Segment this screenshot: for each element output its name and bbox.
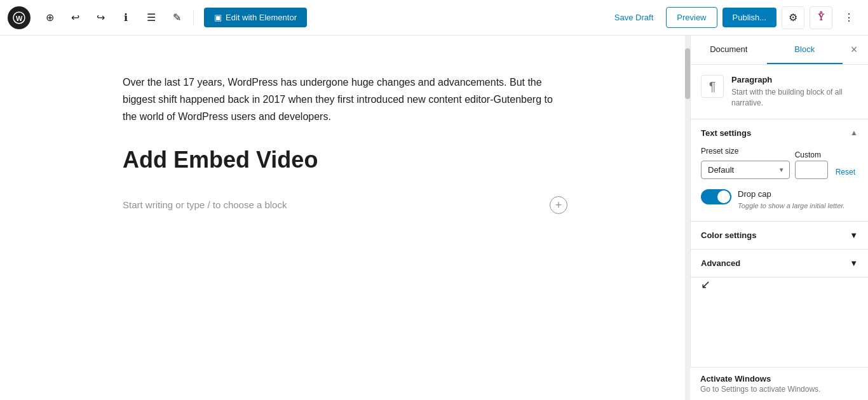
cursor-indicator: ↙ [701,277,710,291]
settings-button[interactable]: ⚙ [782,6,804,29]
custom-label: Custom [795,150,821,159]
block-type-description: Start with the building block of all nar… [731,87,858,109]
block-type-icon: ¶ [701,75,724,98]
undo-button[interactable]: ↩ [64,6,86,29]
paragraph-icon: ¶ [709,79,716,94]
paragraph-block[interactable]: Over the last 17 years, WordPress has un… [123,74,567,126]
activate-windows-title: Activate Windows [700,374,858,383]
block-info-text: Paragraph Start with the building block … [731,75,858,109]
tab-block-label: Block [794,44,815,54]
yoast-icon: Y̊ [818,13,824,23]
activate-windows-description: Go to Settings to activate Windows. [700,385,858,394]
edit-elementor-label: Edit with Elementor [226,13,297,22]
save-draft-button[interactable]: Save Draft [607,8,661,27]
close-icon: × [851,43,858,57]
svg-text:W: W [16,15,23,22]
preset-size-label: Preset size [701,147,790,156]
edit-elementor-button[interactable]: ▣ Edit with Elementor [204,8,307,27]
drop-cap-description: Toggle to show a large initial letter. [738,201,845,211]
publish-button[interactable]: Publish... [722,8,776,27]
activate-windows-notice: Activate Windows Go to Settings to activ… [690,367,868,400]
drop-cap-label: Drop cap [738,189,845,199]
reset-label: Reset [836,168,855,177]
wp-logo[interactable]: W [8,6,31,29]
drop-cap-row: Drop cap Toggle to show a large initial … [701,189,858,211]
info-button[interactable]: ℹ [114,6,137,29]
text-settings-chevron: ▲ [850,128,858,137]
tab-block[interactable]: Block [767,36,843,64]
tab-document-label: Document [710,44,747,54]
list-view-button[interactable]: ☰ [140,6,163,29]
advanced-chevron: ▼ [850,258,858,268]
block-info-section: ¶ Paragraph Start with the building bloc… [691,65,868,119]
gear-icon: ⚙ [789,11,797,23]
editor-scrollbar-track[interactable] [685,36,690,400]
preset-size-select[interactable]: Default Small Medium Large X-Large [701,161,790,179]
yoast-button[interactable]: Y̊ [810,6,832,29]
ellipsis-vertical-icon: ⋮ [844,11,854,23]
sidebar-tabs: Document Block × [691,36,868,65]
pencil-icon: ✎ [173,11,181,23]
text-settings-header[interactable]: Text settings ▲ [691,119,868,147]
more-options-button[interactable]: ⋮ [837,6,860,29]
custom-size-input[interactable] [795,161,828,179]
toolbar-separator [193,10,194,25]
add-block-inline-button[interactable]: + [550,196,567,214]
empty-block-placeholder: Start writing or type / to choose a bloc… [123,199,287,210]
main-layout: Over the last 17 years, WordPress has un… [0,36,868,400]
drop-cap-text: Drop cap Toggle to show a large initial … [738,189,845,211]
text-settings-content: Preset size Default Small Medium Large X… [691,147,868,221]
editor-content: Over the last 17 years, WordPress has un… [123,74,567,222]
editor-area[interactable]: Over the last 17 years, WordPress has un… [0,36,690,400]
heading-block[interactable]: Add Embed Video [123,146,567,173]
list-icon: ☰ [147,11,156,23]
redo-button[interactable]: ↪ [89,6,112,29]
elementor-icon: ▣ [214,13,222,22]
color-settings-label: Color settings [701,230,756,240]
redo-icon: ↪ [97,11,105,23]
sidebar-close-button[interactable]: × [843,39,865,62]
wp-logo-icon: W [13,11,25,24]
advanced-section-header[interactable]: Advanced ▼ [691,250,868,277]
preview-label: Preview [677,13,706,22]
toolbar-right: Save Draft Preview Publish... ⚙ Y̊ ⋮ [607,6,860,29]
text-settings-label: Text settings [701,128,751,138]
add-block-toolbar-button[interactable]: ⊕ [38,6,61,29]
info-icon: ℹ [124,11,128,23]
color-settings-chevron: ▼ [850,230,858,240]
tools-button[interactable]: ✎ [165,6,188,29]
drop-cap-toggle[interactable] [701,189,731,204]
editor-scrollbar-thumb[interactable] [685,48,690,99]
top-toolbar: W ⊕ ↩ ↪ ℹ ☰ ✎ ▣ Edit with Elementor Save… [0,0,868,36]
toggle-knob [717,190,730,203]
color-settings-header[interactable]: Color settings ▼ [691,222,868,250]
block-type-name: Paragraph [731,75,858,84]
save-draft-label: Save Draft [614,13,653,22]
advanced-label: Advanced [701,258,740,268]
empty-paragraph-block[interactable]: Start writing or type / to choose a bloc… [123,189,567,222]
text-settings-section: Text settings ▲ Preset size Default Smal… [691,119,868,222]
tab-document[interactable]: Document [691,36,767,64]
plus-icon: ⊕ [46,11,54,23]
publish-label: Publish... [733,13,766,22]
plus-circle-icon: + [555,199,562,211]
block-sidebar: Document Block × ¶ Paragraph Start with … [690,36,868,400]
reset-button[interactable]: Reset [833,165,858,179]
preset-size-select-wrap: Default Small Medium Large X-Large ▼ [701,161,790,179]
preview-button[interactable]: Preview [666,7,717,28]
undo-icon: ↩ [71,11,79,23]
